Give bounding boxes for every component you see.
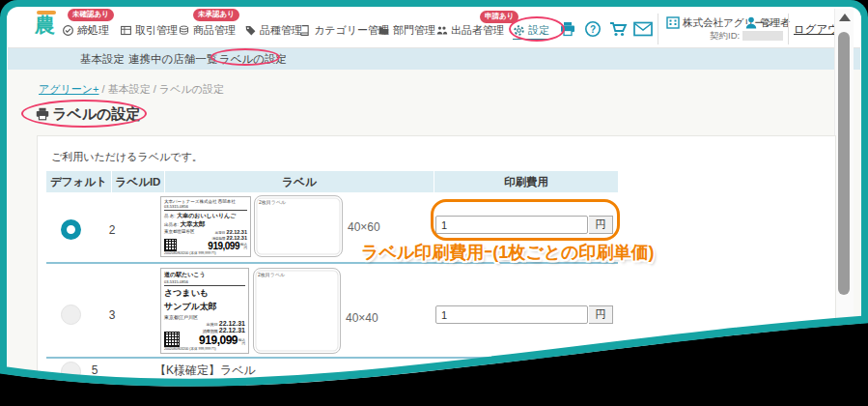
label-tel: 03-5315-0856 xyxy=(164,204,247,211)
nav-item-categories[interactable]: カテゴリー管理 xyxy=(298,23,389,38)
tab-basic-settings[interactable]: 基本設定 xyxy=(80,52,125,67)
page-title: ラベルの設定 xyxy=(52,105,140,124)
app-logo[interactable]: 農 xyxy=(35,14,55,35)
scrollbar-thumb[interactable] xyxy=(838,32,850,295)
breadcrumb-item: 基本設定 xyxy=(108,83,151,95)
label-exp-date: 22.12.31 xyxy=(219,327,245,334)
panel-intro-text: ご利用いただけるラベルです。 xyxy=(51,150,203,164)
header-divider xyxy=(658,14,658,44)
label-seller-name: 大幸太郎 xyxy=(181,220,206,227)
nav-item-closing[interactable]: 締処理 xyxy=(62,23,109,38)
book-icon xyxy=(298,24,311,37)
nav-item-departments[interactable]: 部門管理 xyxy=(378,23,435,38)
title-printer-icon-wrap xyxy=(35,106,50,126)
label-id-cell: 2 xyxy=(93,223,131,237)
label-id-cell: 3 xyxy=(93,308,131,322)
building-icon xyxy=(666,16,680,29)
yen-suffix: 円 xyxy=(589,216,613,234)
check-circle-icon xyxy=(62,24,74,37)
printer-icon xyxy=(559,20,576,38)
contract-id: 契約ID: xyxy=(710,30,783,43)
label-second-sheet-row2: 2枚目ラベル xyxy=(253,268,341,354)
label-barcode-number: 2002080903200 xyxy=(164,347,188,351)
logo-accent xyxy=(37,11,56,14)
breadcrumb-sep: / xyxy=(102,83,105,95)
slide-canvas: 農 締処理 取引管理 商品管理 品種管理 カテゴリー管理 部門管理 出品者管 xyxy=(0,0,868,406)
col-header-label: ラベル xyxy=(165,171,434,192)
label-barcode-number: 2002080903200 xyxy=(164,251,188,255)
second-sheet-note: 2枚目ラベル xyxy=(259,199,338,205)
nav-item-settings[interactable]: 設定 xyxy=(513,23,549,40)
col-header-print-cost: 印刷費用 xyxy=(434,171,618,192)
person-icon xyxy=(745,16,757,29)
label-company: 道の駅たいこう xyxy=(164,271,245,279)
tab-label-settings[interactable]: ラベルの設定 xyxy=(219,52,287,67)
label-price: 919,099 xyxy=(199,334,238,347)
second-sheet-note: 2枚目ラベル xyxy=(258,272,336,277)
coins-icon xyxy=(178,24,190,37)
label-name-cell: 【K様確定】ラベル xyxy=(154,362,256,379)
print-cost-input-row2[interactable] xyxy=(435,305,588,324)
print-button[interactable] xyxy=(559,20,576,42)
company-icon-wrap xyxy=(666,15,680,33)
nav-item-sellers[interactable]: 出品者管理 xyxy=(435,23,504,38)
label-id-cell: 5 xyxy=(75,363,114,377)
breadcrumb-sep: / xyxy=(154,83,156,95)
nav-item-label: 締処理 xyxy=(77,23,109,38)
label-yen: 円 xyxy=(244,246,248,250)
user-role: 管理者 xyxy=(760,16,791,30)
label-seller-prefix: 出品者: xyxy=(164,222,179,227)
nav-item-label: 出品者管理 xyxy=(451,23,504,38)
tab-linked-stores[interactable]: 連携中の店舗一覧 xyxy=(128,52,217,67)
label-second-sheet-row1: 2枚目ラベル xyxy=(254,195,343,257)
header-divider xyxy=(788,14,789,44)
contract-id-label: 契約ID: xyxy=(710,30,740,41)
table-icon xyxy=(120,24,132,37)
print-cost-input-row1[interactable] xyxy=(435,216,588,234)
row-separator xyxy=(46,357,618,359)
default-radio-row1[interactable] xyxy=(61,219,81,240)
col-header-default: デフォルト xyxy=(46,171,111,192)
yen-suffix: 円 xyxy=(589,305,613,324)
unconfirmed-badge: 未確認あり xyxy=(68,9,114,21)
mail-icon xyxy=(633,21,653,37)
default-radio-row2[interactable] xyxy=(61,304,81,325)
unapproved-badge: 未承認あり xyxy=(193,9,239,21)
col-header-label-id: ラベルID xyxy=(112,171,164,192)
mail-button[interactable] xyxy=(633,21,653,41)
cart-button[interactable] xyxy=(609,20,628,42)
label-ship-date: 22.12.31 xyxy=(219,320,245,327)
nav-item-label: 商品管理 xyxy=(193,23,236,38)
nav-item-label: 取引管理 xyxy=(135,23,178,38)
scrollbar-up-arrow[interactable] xyxy=(839,14,851,21)
nav-item-label: 設定 xyxy=(528,23,549,38)
nav-item-label: 品種管理 xyxy=(260,23,302,38)
label-seller-name: サンプル太郎 xyxy=(164,301,245,313)
label-size: 40×60 xyxy=(348,220,380,234)
nav-item-products[interactable]: 商品管理 xyxy=(178,23,236,38)
label-product-name: 大幸のおいしいりんご xyxy=(177,213,236,218)
gear-icon xyxy=(513,24,525,37)
label-price: 919,099 xyxy=(208,241,239,251)
qr-code xyxy=(164,239,177,251)
application-badge: 申請あり xyxy=(480,11,518,23)
breadcrumb-item: ラベルの設定 xyxy=(159,83,224,95)
qr-code xyxy=(164,332,180,347)
label-tel: 03-5315-0856 xyxy=(164,279,245,286)
breadcrumb: アグリーン+ / 基本設定 / ラベルの設定 xyxy=(39,82,224,97)
contract-id-value-redacted xyxy=(742,31,783,41)
label-base-price: (本体 999,999 円) xyxy=(189,347,215,351)
label-yen: 円 xyxy=(242,342,246,346)
cost-annotation-text: ラベル印刷費用ｰ(1枚ごとの印刷単価) xyxy=(361,241,655,264)
printer-icon xyxy=(35,106,50,122)
nav-item-varieties[interactable]: 品種管理 xyxy=(244,23,302,38)
breadcrumb-home-link[interactable]: アグリーン+ xyxy=(39,83,98,95)
folder-icon xyxy=(378,24,390,37)
nav-item-transactions[interactable]: 取引管理 xyxy=(120,23,178,38)
help-button[interactable]: ? xyxy=(584,20,602,42)
help-icon: ? xyxy=(584,20,602,38)
label-product-name: さつまいも xyxy=(164,287,245,300)
logo-text: 農 xyxy=(35,14,55,35)
label-size: 40×40 xyxy=(346,311,378,325)
label-name-prefix: 品 名: xyxy=(164,214,176,218)
